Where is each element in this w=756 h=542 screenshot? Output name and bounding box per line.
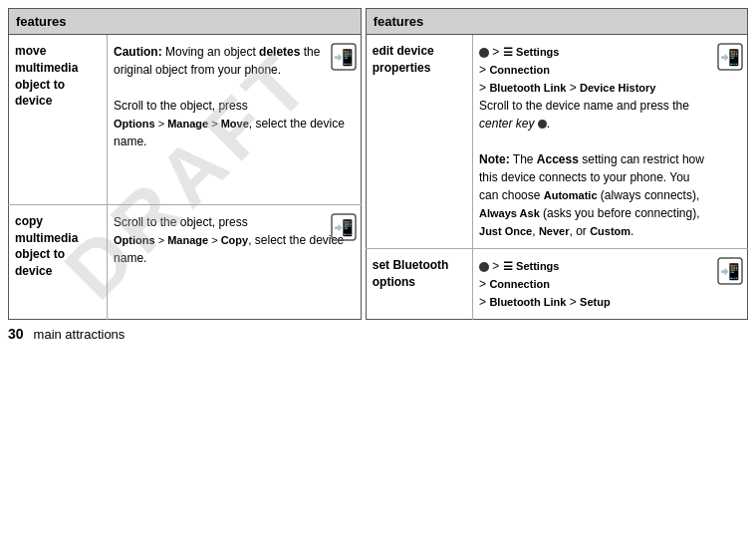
bluetooth-icon: 📲 (717, 43, 743, 76)
svg-text:📲: 📲 (334, 218, 354, 237)
svg-text:📲: 📲 (720, 48, 740, 67)
table-row: edit device properties > ☰ Settings > Co… (366, 35, 747, 249)
page-number: 30 (8, 326, 24, 342)
feature-label: set Bluetooth options (373, 258, 449, 289)
scroll-instruction: Scroll to the object, press (114, 215, 248, 229)
bluetooth-icon: 📲 (717, 257, 743, 290)
table-row: copy multimedia object to device Scroll … (9, 204, 362, 319)
bluetooth-icon: 📲 (331, 43, 357, 76)
left-table-header: features (9, 9, 362, 35)
note-text: Note: The Access setting can restrict ho… (479, 152, 704, 238)
right-table-header: features (366, 9, 747, 35)
desc-cell: > ☰ Settings > Connection > Bluetooth Li… (473, 35, 748, 249)
scroll-note: Scroll to the device name and press the … (479, 99, 689, 131)
feature-cell: edit device properties (366, 35, 472, 249)
desc-cell: Caution: Moving an object deletes the or… (108, 35, 362, 205)
feature-cell: copy multimedia object to device (9, 204, 108, 319)
desc-cell: Scroll to the object, press Options > Ma… (108, 204, 362, 319)
feature-cell: set Bluetooth options (366, 249, 472, 320)
scroll-instruction: Scroll to the object, press (114, 99, 248, 113)
left-table: features move multimedia object to devic… (8, 8, 362, 320)
menu-path: Options > Manage > Copy (114, 234, 248, 246)
footer: 30 main attractions (8, 326, 125, 342)
page-container: DRAFT features move multimedia object to… (0, 0, 756, 350)
nav-line: > ☰ Settings > Connection > Bluetooth Li… (479, 259, 611, 309)
feature-label: edit device properties (373, 44, 434, 75)
table-row: set Bluetooth options > ☰ Settings > Con… (366, 249, 747, 320)
svg-text:📲: 📲 (334, 48, 354, 67)
caution-text: Caution: Moving an object deletes the or… (114, 45, 320, 77)
nav-line: > ☰ Settings > Connection > Bluetooth Li… (479, 45, 655, 95)
feature-label: copy multimedia object to device (15, 214, 78, 278)
desc-cell: > ☰ Settings > Connection > Bluetooth Li… (473, 249, 748, 320)
feature-cell: move multimedia object to device (9, 35, 108, 205)
caution-label: Caution: (114, 45, 162, 59)
bluetooth-icon: 📲 (331, 213, 357, 246)
table-row: move multimedia object to device Caution… (9, 35, 362, 205)
tables-wrapper: features move multimedia object to devic… (8, 8, 748, 320)
deletes-word: deletes (259, 45, 300, 59)
svg-text:📲: 📲 (720, 262, 740, 281)
feature-label: move multimedia object to device (15, 44, 78, 108)
right-table: features edit device properties > ☰ Sett… (366, 8, 748, 320)
footer-text: main attractions (34, 327, 126, 342)
menu-path: Options > Manage > Move (114, 118, 249, 130)
